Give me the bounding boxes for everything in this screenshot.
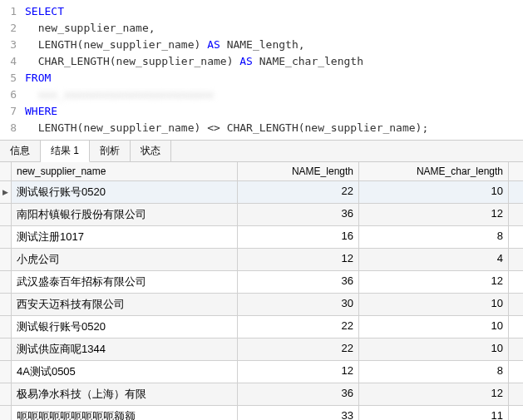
line-number: 8 bbox=[0, 120, 25, 136]
cell[interactable]: 10 bbox=[359, 181, 509, 203]
line-number: 2 bbox=[0, 20, 25, 37]
row-handle[interactable] bbox=[0, 294, 12, 315]
cell[interactable]: 武汉盛泰百年招标有限公司 bbox=[12, 271, 238, 293]
cell[interactable]: 16 bbox=[238, 226, 359, 248]
row-handle[interactable] bbox=[0, 406, 12, 420]
result-grid: new_supplier_name NAME_length NAME_char_… bbox=[0, 161, 523, 420]
line-number: 1 bbox=[0, 3, 25, 20]
cell[interactable]: 22 bbox=[238, 316, 359, 338]
line-number: 3 bbox=[0, 37, 25, 53]
tab-信息[interactable]: 信息 bbox=[0, 141, 41, 161]
grid-header-row: new_supplier_name NAME_length NAME_char_… bbox=[0, 162, 523, 181]
cell[interactable]: 极易净水科技（上海）有限 bbox=[12, 383, 238, 405]
table-row[interactable]: 测试供应商呢13442210 bbox=[0, 338, 523, 361]
table-row[interactable]: ▶测试银行账号05202210 bbox=[0, 181, 523, 204]
cell[interactable]: 4 bbox=[359, 249, 509, 270]
cell[interactable]: 36 bbox=[238, 204, 359, 225]
row-handle[interactable] bbox=[0, 316, 12, 338]
code-text: SELECT bbox=[25, 3, 64, 20]
line-number: 4 bbox=[0, 53, 25, 70]
code-text: FROM bbox=[25, 70, 51, 86]
table-row[interactable]: 武汉盛泰百年招标有限公司3612 bbox=[0, 271, 523, 294]
cell[interactable]: 36 bbox=[238, 383, 359, 405]
cell[interactable]: 22 bbox=[238, 181, 359, 203]
cell[interactable]: 测试银行账号0520 bbox=[12, 316, 238, 338]
table-row[interactable]: 4A测试0505128 bbox=[0, 361, 523, 383]
table-row[interactable]: 极易净水科技（上海）有限3612 bbox=[0, 383, 523, 406]
result-tabs: 信息结果 1剖析状态 bbox=[0, 140, 523, 161]
row-handle[interactable] bbox=[0, 338, 12, 360]
cell[interactable]: 33 bbox=[238, 406, 359, 420]
cell[interactable]: 10 bbox=[359, 338, 509, 360]
cell[interactable]: 4A测试0505 bbox=[12, 361, 238, 383]
line-number: 5 bbox=[0, 70, 25, 86]
cell[interactable]: 测试供应商呢1344 bbox=[12, 338, 238, 360]
sql-editor[interactable]: 1SELECT2 new_supplier_name,3 LENGTH(new_… bbox=[0, 0, 523, 140]
row-handle-header bbox=[0, 162, 12, 180]
line-number: 7 bbox=[0, 103, 25, 120]
cell[interactable]: 10 bbox=[359, 294, 509, 315]
cell[interactable]: 南阳村镇银行股份有限公司 bbox=[12, 204, 238, 225]
code-text: new_supplier_name, bbox=[25, 20, 155, 37]
tab-剖析[interactable]: 剖析 bbox=[90, 141, 131, 161]
cell[interactable]: 36 bbox=[238, 271, 359, 293]
column-header[interactable]: NAME_char_length bbox=[359, 162, 509, 180]
row-handle[interactable] bbox=[0, 204, 12, 225]
cell[interactable]: 12 bbox=[359, 383, 509, 405]
table-row[interactable]: 南阳村镇银行股份有限公司3612 bbox=[0, 204, 523, 226]
cell[interactable]: 8 bbox=[359, 226, 509, 248]
cell[interactable]: 8 bbox=[359, 361, 509, 383]
code-text: CHAR_LENGTH(new_supplier_name) AS NAME_c… bbox=[25, 53, 363, 70]
table-row[interactable]: 西安天迈科技有限公司3010 bbox=[0, 294, 523, 316]
cell[interactable]: 测试银行账号0520 bbox=[12, 181, 238, 203]
cell[interactable]: 西安天迈科技有限公司 bbox=[12, 294, 238, 315]
column-header[interactable]: new_supplier_name bbox=[12, 162, 238, 180]
code-text: xxx_xxxxxxxxxxxxxxxxxxxxxxx bbox=[25, 86, 214, 103]
cell[interactable]: 12 bbox=[359, 271, 509, 293]
code-text: WHERE bbox=[25, 103, 57, 120]
cell[interactable]: 小虎公司 bbox=[12, 249, 238, 270]
tab-结果 1[interactable]: 结果 1 bbox=[41, 141, 90, 162]
cell[interactable]: 22 bbox=[238, 338, 359, 360]
column-header[interactable]: NAME_length bbox=[238, 162, 359, 180]
code-text: LENGTH(new_supplier_name) <> CHAR_LENGTH… bbox=[25, 120, 428, 136]
cell[interactable]: 呃呃呃呃呃呃呃呃呃额额 bbox=[12, 406, 238, 420]
row-handle[interactable] bbox=[0, 361, 12, 383]
line-number: 6 bbox=[0, 86, 25, 103]
row-handle[interactable] bbox=[0, 271, 12, 293]
tab-状态[interactable]: 状态 bbox=[131, 141, 171, 161]
row-handle[interactable] bbox=[0, 249, 12, 270]
cell[interactable]: 测试注册1017 bbox=[12, 226, 238, 248]
row-handle[interactable]: ▶ bbox=[0, 181, 12, 203]
code-text: LENGTH(new_supplier_name) AS NAME_length… bbox=[25, 37, 305, 53]
cell[interactable]: 12 bbox=[238, 361, 359, 383]
row-handle[interactable] bbox=[0, 226, 12, 248]
cell[interactable]: 12 bbox=[359, 204, 509, 225]
cell[interactable]: 10 bbox=[359, 316, 509, 338]
cell[interactable]: 30 bbox=[238, 294, 359, 315]
cell[interactable]: 12 bbox=[238, 249, 359, 270]
cell[interactable]: 11 bbox=[359, 406, 509, 420]
table-row[interactable]: 测试注册1017168 bbox=[0, 226, 523, 249]
table-row[interactable]: 呃呃呃呃呃呃呃呃呃额额3311 bbox=[0, 406, 523, 420]
row-handle[interactable] bbox=[0, 383, 12, 405]
table-row[interactable]: 小虎公司124 bbox=[0, 249, 523, 271]
table-row[interactable]: 测试银行账号05202210 bbox=[0, 316, 523, 338]
